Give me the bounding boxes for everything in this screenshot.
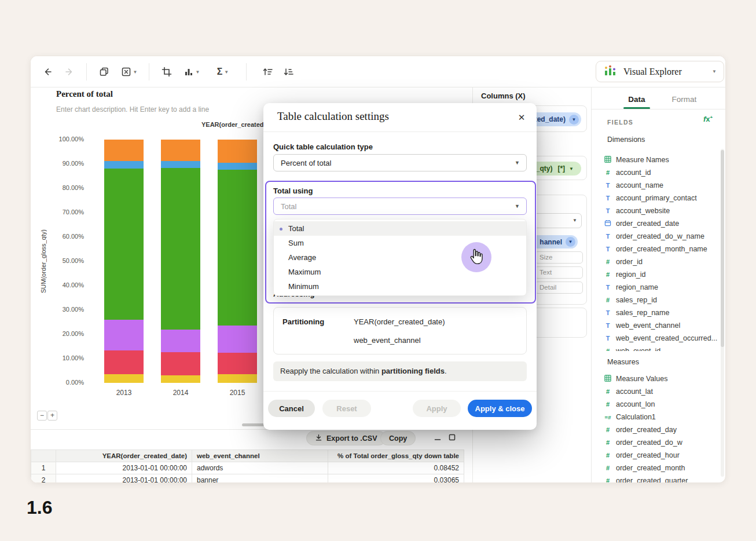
tab-format[interactable]: Format [667, 90, 701, 109]
results-column-header[interactable]: web_event_channel [192, 450, 328, 462]
apply-close-button[interactable]: Apply & close [468, 400, 532, 417]
back-icon[interactable] [40, 64, 55, 80]
dimension-field-order-id[interactable]: #order_id [601, 255, 720, 268]
bar-segment-2015-purple[interactable] [218, 326, 257, 353]
bar-segment-2014-purple[interactable] [161, 330, 200, 352]
aggregate-sigma-icon[interactable]: Σ ▼ [211, 64, 234, 80]
menu-option-label: Minimum [288, 282, 319, 291]
chevron-down-icon[interactable]: ▼ [566, 237, 575, 247]
bar-segment-2013-orange[interactable] [104, 140, 144, 161]
dimension-field-region-name[interactable]: Tregion_name [601, 281, 720, 294]
chevron-down-icon[interactable]: ▼ [569, 115, 579, 125]
apply-button[interactable]: Apply [413, 400, 461, 417]
bar-segment-2013-green[interactable] [104, 169, 144, 320]
chevron-down-icon[interactable]: ▼ [569, 166, 574, 171]
measure-field-account-lon[interactable]: #account_lon [601, 398, 720, 411]
dimension-field-account-name[interactable]: Taccount_name [601, 179, 720, 192]
dimension-field-web-event-id[interactable]: #web_event_id [601, 345, 720, 351]
bar-segment-2014-yellow[interactable] [161, 375, 200, 383]
total-using-select[interactable]: Total ▼ [273, 198, 527, 215]
results-cell[interactable]: 2013-01-01 00:00:00 [56, 462, 192, 474]
y-axis-tick: 90.00% [50, 160, 84, 168]
bar-segment-2014-green[interactable] [161, 168, 200, 330]
crop-icon[interactable] [159, 64, 174, 80]
cancel-button[interactable]: Cancel [268, 400, 315, 417]
field-label: account_lon [616, 400, 655, 408]
measure-field-order-created-day[interactable]: #order_created_day [601, 423, 720, 436]
measure-field-measure-values[interactable]: Measure Values [601, 372, 720, 385]
menu-option-maximum[interactable]: Maximum [274, 265, 526, 279]
dimension-field-order-created-do-w-name[interactable]: Torder_created_do_w_name [601, 230, 720, 243]
sort-descending-icon[interactable] [281, 64, 296, 80]
bar-segment-2014-blue[interactable] [161, 161, 200, 168]
dimension-field-account-primary-contact[interactable]: Taccount_primary_contact [601, 192, 720, 204]
bar-segment-2015-yellow[interactable] [218, 374, 257, 383]
dimension-field-order-created-date[interactable]: order_created_date [601, 217, 720, 230]
dimension-field-sales-rep-name[interactable]: Tsales_rep_name [601, 306, 720, 319]
measure-field-order-created-do-w[interactable]: #order_created_do_w [601, 436, 720, 449]
dimension-field-web-event-channel[interactable]: Tweb_event_channel [601, 319, 720, 332]
tab-data[interactable]: Data [623, 90, 650, 109]
menu-option-total[interactable]: Total [274, 221, 526, 236]
reset-button[interactable]: Reset [322, 400, 371, 417]
results-cell[interactable]: 0.08452 [328, 462, 464, 474]
bar-segment-2013-yellow[interactable] [104, 374, 144, 383]
measure-field-order-created-month[interactable]: #order_created_month [601, 462, 720, 474]
menu-option-minimum[interactable]: Minimum [274, 279, 526, 294]
bar-segment-2015-orange[interactable] [218, 140, 257, 163]
forward-icon[interactable] [62, 64, 77, 80]
bar-segment-2014-red[interactable] [161, 352, 200, 375]
dimension-field-region-id[interactable]: #region_id [601, 268, 720, 281]
dimension-field-account-id[interactable]: #account_id [601, 166, 720, 179]
dimension-field-order-created-month-name[interactable]: Torder_created_month_name [601, 243, 720, 255]
measure-field-calculation1[interactable]: =#Calculation1 [601, 411, 720, 423]
bar-segment-2013-purple[interactable] [104, 320, 144, 350]
results-cell[interactable]: 0.03065 [328, 474, 464, 484]
export-csv-button[interactable]: Export to .CSV [306, 431, 386, 445]
results-column-header[interactable]: % of Total order_gloss_qty down table [328, 450, 464, 462]
results-cell[interactable]: banner [192, 474, 328, 484]
tab-label: Data [628, 95, 645, 104]
chart-description-placeholder[interactable]: Enter chart description. Hit Enter key t… [56, 105, 209, 114]
zoom-in-button[interactable]: + [47, 411, 57, 421]
chart-title[interactable]: Percent of total [56, 89, 113, 99]
measure-field-order-created-hour[interactable]: #order_created_hour [601, 449, 720, 462]
text-dropzone[interactable]: Text [535, 266, 583, 279]
bar-segment-2015-red[interactable] [218, 353, 257, 374]
app-switcher-button[interactable]: Visual Explorer ▼ [596, 61, 724, 82]
measures-list: Measure Values#account_lat#account_lon=#… [601, 372, 720, 483]
minimize-panel-icon[interactable] [434, 433, 442, 441]
dimension-field-web-event-created-occurred-[interactable]: Tweb_event_created_occurred... [601, 332, 720, 345]
sort-ascending-icon[interactable] [260, 64, 275, 80]
dimension-field-measure-names[interactable]: Measure Names [601, 153, 720, 166]
duplicate-chart-icon[interactable] [97, 64, 112, 80]
results-table: YEAR(order_created_date)web_event_channe… [31, 449, 464, 483]
maximize-panel-icon[interactable] [448, 433, 456, 441]
detail-dropzone[interactable]: Detail [535, 282, 583, 294]
results-cell[interactable]: adwords [192, 462, 328, 474]
zoom-out-button[interactable]: − [37, 411, 47, 421]
chart-type-icon[interactable]: ▼ [180, 64, 203, 80]
bar-segment-2014-orange[interactable] [161, 140, 200, 161]
row-number-cell[interactable]: 2 [31, 474, 56, 484]
dimension-field-account-website[interactable]: Taccount_website [601, 204, 720, 217]
quick-calc-select[interactable]: Percent of total ▼ [273, 154, 527, 171]
close-icon[interactable]: ✕ [515, 111, 529, 125]
results-cell[interactable]: 2013-01-01 00:00:00 [56, 474, 192, 484]
results-column-header[interactable] [31, 450, 56, 462]
bar-segment-2013-blue[interactable] [104, 161, 144, 168]
add-calculation-fx-icon[interactable]: fx+ [703, 115, 713, 123]
measure-field-account-lat[interactable]: #account_lat [601, 385, 720, 398]
bar-segment-2015-green[interactable] [218, 170, 257, 326]
results-column-header[interactable]: YEAR(order_created_date) [56, 450, 192, 462]
dimension-field-sales-rep-id[interactable]: #sales_rep_id [601, 294, 720, 306]
clear-chart-icon[interactable]: ▼ [118, 64, 141, 80]
calculation-icon: =# [604, 414, 612, 421]
copy-button[interactable]: Copy [380, 431, 416, 445]
measure-field-order-created-quarter[interactable]: #order_created_quarter [601, 474, 720, 483]
bar-segment-2015-blue[interactable] [218, 163, 257, 170]
bar-segment-2013-red[interactable] [104, 350, 144, 374]
row-number-cell[interactable]: 1 [31, 462, 56, 474]
fields-scrollbar-thumb[interactable] [721, 150, 724, 347]
size-dropzone[interactable]: Size [535, 251, 583, 264]
